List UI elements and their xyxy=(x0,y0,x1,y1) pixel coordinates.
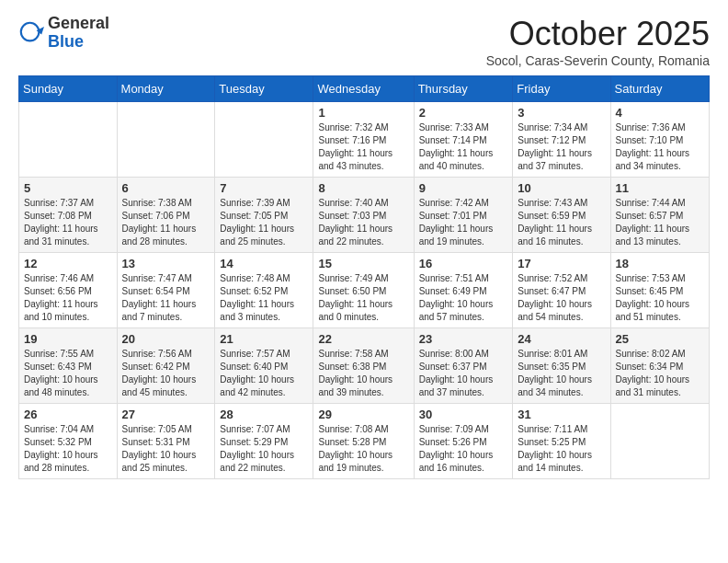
day-info: Sunrise: 7:49 AMSunset: 6:50 PMDaylight:… xyxy=(318,272,408,324)
day-number: 31 xyxy=(518,408,605,421)
day-cell: 2Sunrise: 7:33 AMSunset: 7:14 PMDaylight… xyxy=(414,102,513,178)
day-cell: 5Sunrise: 7:37 AMSunset: 7:08 PMDaylight… xyxy=(19,178,118,253)
weekday-header-tuesday: Tuesday xyxy=(215,76,313,102)
day-info: Sunrise: 7:05 AMSunset: 5:31 PMDaylight:… xyxy=(122,423,210,475)
day-cell: 25Sunrise: 8:02 AMSunset: 6:34 PMDayligh… xyxy=(610,328,709,404)
day-info: Sunrise: 7:52 AMSunset: 6:47 PMDaylight:… xyxy=(518,272,605,324)
day-cell: 11Sunrise: 7:44 AMSunset: 6:57 PMDayligh… xyxy=(610,178,709,253)
day-number: 22 xyxy=(318,332,408,346)
day-number: 1 xyxy=(318,106,408,120)
weekday-header-row: SundayMondayTuesdayWednesdayThursdayFrid… xyxy=(19,76,710,102)
day-cell: 15Sunrise: 7:49 AMSunset: 6:50 PMDayligh… xyxy=(313,253,414,328)
day-number: 19 xyxy=(24,332,112,346)
week-row-2: 5Sunrise: 7:37 AMSunset: 7:08 PMDaylight… xyxy=(19,178,710,253)
day-number: 26 xyxy=(24,408,112,421)
day-number: 20 xyxy=(122,332,210,346)
day-info: Sunrise: 8:02 AMSunset: 6:34 PMDaylight:… xyxy=(616,348,704,399)
day-cell: 6Sunrise: 7:38 AMSunset: 7:06 PMDaylight… xyxy=(117,178,215,253)
day-info: Sunrise: 8:01 AMSunset: 6:35 PMDaylight:… xyxy=(518,348,605,399)
day-cell: 27Sunrise: 7:05 AMSunset: 5:31 PMDayligh… xyxy=(117,404,215,479)
day-info: Sunrise: 7:51 AMSunset: 6:49 PMDaylight:… xyxy=(419,272,508,324)
day-info: Sunrise: 7:47 AMSunset: 6:54 PMDaylight:… xyxy=(122,272,210,324)
subtitle: Socol, Caras-Severin County, Romania xyxy=(486,53,710,68)
day-cell: 9Sunrise: 7:42 AMSunset: 7:01 PMDaylight… xyxy=(414,178,513,253)
day-number: 16 xyxy=(419,257,508,270)
day-number: 30 xyxy=(419,408,508,421)
day-number: 9 xyxy=(419,181,508,195)
day-number: 7 xyxy=(220,181,308,195)
day-cell: 7Sunrise: 7:39 AMSunset: 7:05 PMDaylight… xyxy=(215,178,313,253)
day-info: Sunrise: 7:40 AMSunset: 7:03 PMDaylight:… xyxy=(318,197,408,248)
day-info: Sunrise: 7:37 AMSunset: 7:08 PMDaylight:… xyxy=(24,197,112,248)
day-number: 23 xyxy=(419,332,508,346)
day-cell: 24Sunrise: 8:01 AMSunset: 6:35 PMDayligh… xyxy=(513,328,610,404)
day-number: 13 xyxy=(122,257,210,270)
day-info: Sunrise: 7:33 AMSunset: 7:14 PMDaylight:… xyxy=(419,121,508,173)
day-number: 12 xyxy=(24,257,112,270)
day-cell: 4Sunrise: 7:36 AMSunset: 7:10 PMDaylight… xyxy=(610,102,709,178)
day-info: Sunrise: 7:08 AMSunset: 5:28 PMDaylight:… xyxy=(318,423,408,475)
day-info: Sunrise: 7:57 AMSunset: 6:40 PMDaylight:… xyxy=(220,348,308,399)
day-info: Sunrise: 7:09 AMSunset: 5:26 PMDaylight:… xyxy=(419,423,508,475)
day-number: 8 xyxy=(318,181,408,195)
day-number: 21 xyxy=(220,332,308,346)
day-cell: 21Sunrise: 7:57 AMSunset: 6:40 PMDayligh… xyxy=(215,328,313,404)
day-number: 11 xyxy=(616,181,704,195)
day-info: Sunrise: 7:55 AMSunset: 6:43 PMDaylight:… xyxy=(24,348,112,399)
day-cell: 3Sunrise: 7:34 AMSunset: 7:12 PMDaylight… xyxy=(513,102,610,178)
logo-text: General Blue xyxy=(48,15,109,52)
day-number: 15 xyxy=(318,257,408,270)
day-info: Sunrise: 7:32 AMSunset: 7:16 PMDaylight:… xyxy=(318,121,408,173)
day-info: Sunrise: 7:42 AMSunset: 7:01 PMDaylight:… xyxy=(419,197,508,248)
day-info: Sunrise: 7:43 AMSunset: 6:59 PMDaylight:… xyxy=(518,197,605,248)
logo: General Blue xyxy=(18,15,109,52)
day-cell: 23Sunrise: 8:00 AMSunset: 6:37 PMDayligh… xyxy=(414,328,513,404)
logo-icon xyxy=(18,20,44,46)
day-info: Sunrise: 7:46 AMSunset: 6:56 PMDaylight:… xyxy=(24,272,112,324)
day-number: 10 xyxy=(518,181,605,195)
weekday-header-sunday: Sunday xyxy=(19,76,118,102)
day-cell xyxy=(610,404,709,479)
day-info: Sunrise: 7:48 AMSunset: 6:52 PMDaylight:… xyxy=(220,272,308,324)
weekday-header-wednesday: Wednesday xyxy=(313,76,414,102)
day-cell: 18Sunrise: 7:53 AMSunset: 6:45 PMDayligh… xyxy=(610,253,709,328)
logo-general: General xyxy=(48,14,109,32)
day-info: Sunrise: 7:56 AMSunset: 6:42 PMDaylight:… xyxy=(122,348,210,399)
day-cell: 1Sunrise: 7:32 AMSunset: 7:16 PMDaylight… xyxy=(313,102,414,178)
day-number: 17 xyxy=(518,257,605,270)
day-cell: 17Sunrise: 7:52 AMSunset: 6:47 PMDayligh… xyxy=(513,253,610,328)
calendar: SundayMondayTuesdayWednesdayThursdayFrid… xyxy=(18,75,710,479)
day-cell: 13Sunrise: 7:47 AMSunset: 6:54 PMDayligh… xyxy=(117,253,215,328)
day-info: Sunrise: 7:58 AMSunset: 6:38 PMDaylight:… xyxy=(318,348,408,399)
day-cell: 12Sunrise: 7:46 AMSunset: 6:56 PMDayligh… xyxy=(19,253,118,328)
day-cell: 20Sunrise: 7:56 AMSunset: 6:42 PMDayligh… xyxy=(117,328,215,404)
day-cell: 8Sunrise: 7:40 AMSunset: 7:03 PMDaylight… xyxy=(313,178,414,253)
svg-point-0 xyxy=(21,23,40,41)
day-cell xyxy=(215,102,313,178)
day-cell: 16Sunrise: 7:51 AMSunset: 6:49 PMDayligh… xyxy=(414,253,513,328)
day-cell: 30Sunrise: 7:09 AMSunset: 5:26 PMDayligh… xyxy=(414,404,513,479)
day-number: 28 xyxy=(220,408,308,421)
weekday-header-thursday: Thursday xyxy=(414,76,513,102)
logo-blue: Blue xyxy=(48,32,84,51)
day-number: 2 xyxy=(419,106,508,120)
day-cell: 31Sunrise: 7:11 AMSunset: 5:25 PMDayligh… xyxy=(513,404,610,479)
day-number: 14 xyxy=(220,257,308,270)
weekday-header-friday: Friday xyxy=(513,76,610,102)
weekday-header-monday: Monday xyxy=(117,76,215,102)
day-cell xyxy=(117,102,215,178)
header: General Blue October 2025 Socol, Caras-S… xyxy=(18,15,710,68)
day-info: Sunrise: 7:07 AMSunset: 5:29 PMDaylight:… xyxy=(220,423,308,475)
day-number: 6 xyxy=(122,181,210,195)
week-row-1: 1Sunrise: 7:32 AMSunset: 7:16 PMDaylight… xyxy=(19,102,710,178)
day-cell: 26Sunrise: 7:04 AMSunset: 5:32 PMDayligh… xyxy=(19,404,118,479)
day-number: 29 xyxy=(318,408,408,421)
day-number: 25 xyxy=(616,332,704,346)
day-info: Sunrise: 7:36 AMSunset: 7:10 PMDaylight:… xyxy=(616,121,704,173)
day-number: 27 xyxy=(122,408,210,421)
day-info: Sunrise: 7:53 AMSunset: 6:45 PMDaylight:… xyxy=(616,272,704,324)
day-info: Sunrise: 7:04 AMSunset: 5:32 PMDaylight:… xyxy=(24,423,112,475)
day-number: 5 xyxy=(24,181,112,195)
day-cell: 19Sunrise: 7:55 AMSunset: 6:43 PMDayligh… xyxy=(19,328,118,404)
weekday-header-saturday: Saturday xyxy=(610,76,709,102)
